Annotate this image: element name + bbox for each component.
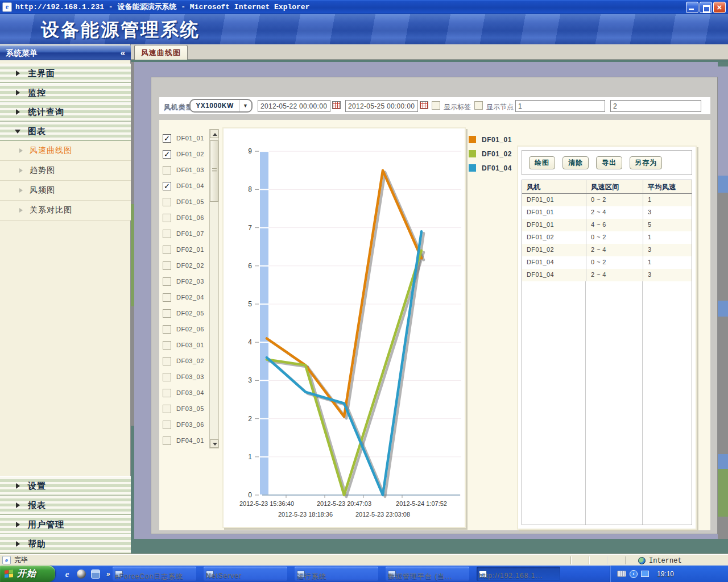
checkbox-icon[interactable] (163, 389, 171, 397)
scrollbar-thumb[interactable] (210, 140, 218, 202)
ie-page-icon: e (2, 556, 11, 564)
taskbar-task[interactable]: 数据管理平台 (当... (386, 567, 469, 581)
device-list-item[interactable]: DF03_02 (160, 353, 209, 369)
device-list-item[interactable]: DF03_04 (160, 385, 209, 401)
fan-type-select[interactable]: YX1000KW ▼ (189, 99, 253, 113)
device-label: DF01_06 (176, 214, 204, 221)
taskbar-clock: 19:10 (657, 570, 674, 578)
sidebar-item[interactable]: 图表 (0, 122, 131, 141)
scroll-down-button[interactable] (210, 439, 218, 448)
device-list-item[interactable]: DF01_04 (160, 178, 209, 194)
desktop-launch-icon[interactable] (91, 569, 100, 579)
checkbox-icon[interactable] (163, 166, 171, 174)
device-list-item[interactable]: DF01_06 (160, 210, 209, 226)
checkbox-icon[interactable] (163, 134, 171, 143)
table-row: DF01_042 ~ 43 (522, 269, 692, 281)
checkbox-icon[interactable] (163, 357, 171, 365)
sidebar-item[interactable]: 统计查询 (0, 102, 131, 122)
device-list-item[interactable]: DF02_03 (160, 273, 209, 289)
taskbar-task[interactable]: NetServer (204, 567, 287, 581)
device-list-item[interactable]: DF03_06 (160, 417, 209, 433)
sidebar-item[interactable]: 用户管理 (0, 515, 131, 534)
param2-input[interactable] (610, 100, 701, 112)
date-from-input[interactable] (258, 100, 330, 112)
device-list-item[interactable]: DF01_01 (160, 130, 209, 146)
checkbox-icon[interactable] (163, 341, 171, 350)
tray-collapse-icon[interactable]: ‹ (630, 570, 638, 578)
taskbar: 开始 e » eForceCon日志系统NetServer运行系统数据管理平台 … (0, 566, 728, 582)
device-list-item[interactable]: DF02_05 (160, 305, 209, 321)
taskbar-task[interactable]: ehttp://192.168.1... (477, 567, 560, 581)
restore-button[interactable] (700, 2, 712, 13)
sidebar-item-label: 设置 (28, 481, 46, 492)
device-list-item[interactable]: DF01_02 (160, 146, 209, 162)
sidebar-subitem[interactable]: 趋势图 (0, 161, 131, 181)
clear-button[interactable]: 清除 (562, 156, 589, 169)
sidebar-item[interactable]: 主界面 (0, 64, 131, 83)
save-as-button[interactable]: 另存为 (630, 156, 662, 169)
show-nodes-checkbox[interactable] (474, 101, 483, 110)
keyboard-tray-icon[interactable] (617, 571, 626, 577)
taskbar-task[interactable]: eForceCon日志系统 (113, 567, 196, 581)
checkbox-icon[interactable] (163, 373, 171, 381)
minimize-button[interactable] (686, 2, 698, 13)
sidebar-subitem[interactable]: 风频图 (0, 181, 131, 201)
collapsed-arrow-icon (16, 522, 20, 527)
checkbox-icon[interactable] (163, 246, 171, 254)
device-list-item[interactable]: DF02_04 (160, 289, 209, 305)
device-list-item[interactable]: DF03_05 (160, 401, 209, 417)
start-button[interactable]: 开始 (0, 566, 55, 582)
device-list-item[interactable]: DF02_06 (160, 321, 209, 337)
checkbox-icon[interactable] (163, 198, 171, 206)
sidebar-item[interactable]: 报表 (0, 496, 131, 515)
device-label: DF02_06 (176, 326, 204, 332)
sidebar-item[interactable]: 监控 (0, 83, 131, 102)
quick-launch-overflow-icon[interactable]: » (106, 570, 110, 578)
calendar-icon[interactable] (420, 101, 428, 109)
checkbox-icon[interactable] (163, 309, 171, 318)
checkbox-icon[interactable] (163, 421, 171, 429)
collapsed-arrow-icon (16, 502, 20, 508)
device-list-scrollbar[interactable] (209, 129, 219, 448)
network-tray-icon[interactable] (641, 571, 649, 577)
draw-button[interactable]: 绘图 (529, 156, 555, 169)
device-list-item[interactable]: DF01_03 (160, 162, 209, 178)
device-list-item[interactable]: DF01_05 (160, 194, 209, 210)
show-labels-checkbox[interactable] (432, 101, 440, 110)
device-list-item[interactable]: DF03_01 (160, 337, 209, 353)
device-label: DF01_02 (176, 151, 204, 157)
device-label: DF03_04 (176, 389, 204, 396)
date-to-input[interactable] (345, 100, 418, 112)
export-button[interactable]: 导出 (596, 156, 622, 169)
device-list-item[interactable]: DF04_01 (160, 433, 209, 448)
checkbox-icon[interactable] (163, 325, 171, 334)
param1-input[interactable] (515, 100, 605, 112)
checkbox-icon[interactable] (163, 261, 171, 270)
collapse-sidebar-button[interactable]: « (121, 45, 125, 60)
ie-launch-icon[interactable]: e (63, 569, 72, 579)
checkbox-icon[interactable] (163, 182, 171, 190)
device-list-item[interactable]: DF02_01 (160, 242, 209, 257)
sidebar-subitem[interactable]: 关系对比图 (0, 201, 131, 221)
checkbox-icon[interactable] (163, 405, 171, 413)
sidebar-item[interactable]: 帮助 (0, 534, 131, 554)
checkbox-icon[interactable] (163, 277, 171, 286)
dropdown-arrow-icon[interactable]: ▼ (239, 100, 251, 111)
calendar-icon[interactable] (332, 101, 341, 109)
device-list-item[interactable]: DF02_02 (160, 257, 209, 273)
device-list-item[interactable]: DF03_03 (160, 369, 209, 385)
checkbox-icon[interactable] (163, 293, 171, 302)
media-launch-icon[interactable] (77, 569, 86, 579)
checkbox-icon[interactable] (163, 150, 171, 159)
device-list-item[interactable]: DF01_07 (160, 226, 209, 242)
checkbox-icon[interactable] (163, 436, 171, 445)
taskbar-task[interactable]: 运行系统 (295, 567, 378, 581)
scroll-up-button[interactable] (210, 130, 218, 138)
close-button[interactable] (713, 2, 726, 13)
table-row: DF01_020 ~ 21 (522, 231, 692, 244)
tab-wind-speed-curve[interactable]: 风速曲线图 (134, 45, 188, 60)
checkbox-icon[interactable] (163, 214, 171, 222)
checkbox-icon[interactable] (163, 230, 171, 238)
sidebar-subitem[interactable]: 风速曲线图 (0, 141, 131, 161)
sidebar-item[interactable]: 设置 (0, 476, 131, 496)
